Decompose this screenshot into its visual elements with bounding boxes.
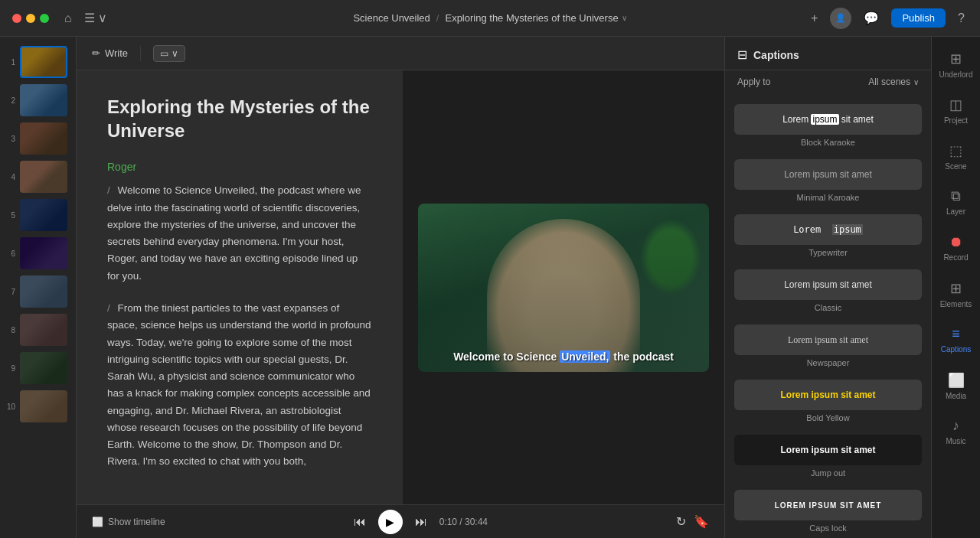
icon-sidebar: ⊞ Underlord ◫ Project ⬚ Scene ⧉ Layer ⏺ … <box>931 37 980 538</box>
sidebar-item-record[interactable]: ⏺ Record <box>935 227 978 269</box>
scenes-sidebar: 1 2 3 4 5 6 7 8 <box>0 37 77 538</box>
media-label: Media <box>946 392 966 400</box>
scene-item-2[interactable]: 2 <box>0 81 76 119</box>
video-caption: Welcome to Science Unveiled, the podcast <box>453 351 674 363</box>
captions-panel: ⊟ Captions Apply to All scenes ∨ Lorem i… <box>724 37 931 538</box>
scene-thumbnail-9 <box>20 352 67 384</box>
aspect-ratio-selector[interactable]: ▭ ∨ <box>153 45 185 62</box>
caption-preview-block-karaoke: Lorem ipsum sit amet <box>734 104 922 135</box>
sidebar-item-scene[interactable]: ⬚ Scene <box>935 135 978 178</box>
mic-icon: / <box>107 182 110 199</box>
close-button[interactable] <box>12 14 21 23</box>
caption-preview-minimal: Lorem ipsum sit amet <box>734 159 922 190</box>
breadcrumb-project[interactable]: Science Unveiled <box>353 12 430 24</box>
content-area: ✏ Write ▭ ∨ Exploring the Mysteries of t… <box>77 37 724 538</box>
caption-style-typewriter[interactable]: Lorem ipsum Typewriter <box>734 210 922 262</box>
skip-forward-button[interactable]: ⏭ <box>415 515 427 529</box>
avatar[interactable]: 👤 <box>830 8 851 29</box>
play-button[interactable]: ▶ <box>378 510 403 534</box>
caption-style-block-karaoke[interactable]: Lorem ipsum sit amet Block Karaoke <box>734 99 922 152</box>
time-sep: / <box>459 517 465 527</box>
elements-label: Elements <box>940 300 972 308</box>
sidebar-item-elements[interactable]: ⊞ Elements <box>935 272 978 315</box>
captions-header: ⊟ Captions <box>725 37 931 70</box>
breadcrumb-scene[interactable]: Exploring the Mysteries of the Universe <box>445 12 618 24</box>
controls-right: ↻ 🔖 <box>676 514 709 529</box>
caption-preview-jump-out: Lorem ipsum sit amet <box>734 435 922 465</box>
elements-icon: ⊞ <box>950 280 962 297</box>
caption-preview-typewriter: Lorem ipsum <box>734 214 922 245</box>
write-button[interactable]: ✏ Write <box>92 47 128 59</box>
sidebar-item-project[interactable]: ◫ Project <box>935 89 978 132</box>
record-label: Record <box>943 253 968 262</box>
captions-icon-sidebar: ≡ <box>952 326 960 342</box>
caption-label-typewriter: Typewriter <box>808 248 848 257</box>
scene-thumbnail-1 <box>20 46 67 78</box>
scene-item-1[interactable]: 1 <box>0 43 76 81</box>
captions-list: Lorem ipsum sit amet Block Karaoke Lorem… <box>725 93 931 538</box>
sidebar-item-media[interactable]: ⬜ Media <box>935 364 978 407</box>
music-label: Music <box>946 437 965 445</box>
titlebar: ⌂ ☰ ∨ Science Unveiled / Exploring the M… <box>0 0 980 37</box>
comment-icon[interactable]: 💬 <box>861 8 882 28</box>
caption-style-bold-yellow[interactable]: Lorem ipsum sit amet Bold Yellow <box>734 375 922 427</box>
home-icon[interactable]: ⌂ <box>61 8 75 28</box>
chevron-down-icon: ∨ <box>913 78 919 86</box>
scene-item-7[interactable]: 7 <box>0 272 76 311</box>
video-player[interactable]: Welcome to Science Unveiled, the podcast <box>418 204 709 372</box>
video-overlay <box>418 204 709 372</box>
show-timeline-label: Show timeline <box>108 517 165 527</box>
minimize-button[interactable] <box>26 14 35 23</box>
scene-item-9[interactable]: 9 <box>0 349 76 387</box>
caption-label-caps-lock: Caps lock <box>809 523 846 533</box>
caption-word-3: the podcast <box>613 351 674 363</box>
video-panel: Welcome to Science Unveiled, the podcast <box>403 70 724 504</box>
sidebar-item-underlord[interactable]: ⊞ Underlord <box>935 43 978 86</box>
script-para-1: / Welcome to Science Unveiled, the podca… <box>107 182 372 285</box>
chevron-down-icon: ∨ <box>622 14 627 22</box>
skip-back-button[interactable]: ⏮ <box>354 515 366 529</box>
captions-label: Captions <box>941 345 971 354</box>
loop-button[interactable]: ↻ <box>676 514 686 529</box>
caption-style-minimal-karaoke[interactable]: Lorem ipsum sit amet Minimal Karoake <box>734 155 922 207</box>
scene-icon: ⬚ <box>949 142 962 159</box>
caption-style-caps-lock[interactable]: LOREM IPSUM SIT AMET Caps lock <box>734 485 922 537</box>
maximize-button[interactable] <box>40 14 49 23</box>
scene-thumbnail-5 <box>20 199 67 231</box>
caption-style-newspaper[interactable]: Lorem ipsum sit amet Newspaper <box>734 320 922 372</box>
scene-thumbnail-7 <box>20 276 67 308</box>
sidebar-item-layer[interactable]: ⧉ Layer <box>935 181 978 223</box>
caption-preview-caps-lock: LOREM IPSUM SIT AMET <box>734 490 922 520</box>
scene-item-5[interactable]: 5 <box>0 196 76 234</box>
scene-item-4[interactable]: 4 <box>0 158 76 196</box>
add-icon[interactable]: + <box>808 8 821 28</box>
help-icon[interactable]: ? <box>955 8 968 28</box>
caption-preview-newspaper: Lorem ipsum sit amet <box>734 324 922 355</box>
publish-button[interactable]: Publish <box>891 8 946 28</box>
write-label: Write <box>105 47 128 59</box>
main-layout: 1 2 3 4 5 6 7 8 <box>0 37 980 538</box>
scene-thumbnail-6 <box>20 237 67 269</box>
sidebar-item-music[interactable]: ♪ Music <box>935 410 978 453</box>
caption-style-jump-out[interactable]: Lorem ipsum sit amet Jump out <box>734 430 922 482</box>
scene-thumbnail-10 <box>20 390 67 422</box>
video-controls: ⬜ Show timeline ⏮ ▶ ⏭ 0:10 / 30:44 ↻ 🔖 <box>77 504 724 538</box>
scene-label: Scene <box>945 162 966 171</box>
caption-preview-classic: Lorem ipsum sit amet <box>734 269 922 300</box>
scene-item-3[interactable]: 3 <box>0 119 76 158</box>
time-display: 0:10 / 30:44 <box>439 517 488 527</box>
scene-item-8[interactable]: 8 <box>0 311 76 349</box>
sidebar-item-captions[interactable]: ≡ Captions <box>935 318 978 361</box>
chevron-down-icon: ∨ <box>172 48 178 59</box>
bookmark-button[interactable]: 🔖 <box>694 514 709 529</box>
all-scenes-selector[interactable]: All scenes ∨ <box>868 77 919 87</box>
scene-thumbnail-4 <box>20 161 67 193</box>
current-time: 0:10 <box>439 517 457 527</box>
show-timeline-button[interactable]: ⬜ Show timeline <box>92 517 165 527</box>
caption-style-classic[interactable]: Lorem ipsum sit amet Classic <box>734 265 922 317</box>
scene-item-10[interactable]: 10 <box>0 387 76 426</box>
scene-item-6[interactable]: 6 <box>0 234 76 272</box>
captions-title: Captions <box>753 49 799 61</box>
menu-icon[interactable]: ☰ ∨ <box>81 8 110 28</box>
layer-icon: ⧉ <box>951 188 961 204</box>
